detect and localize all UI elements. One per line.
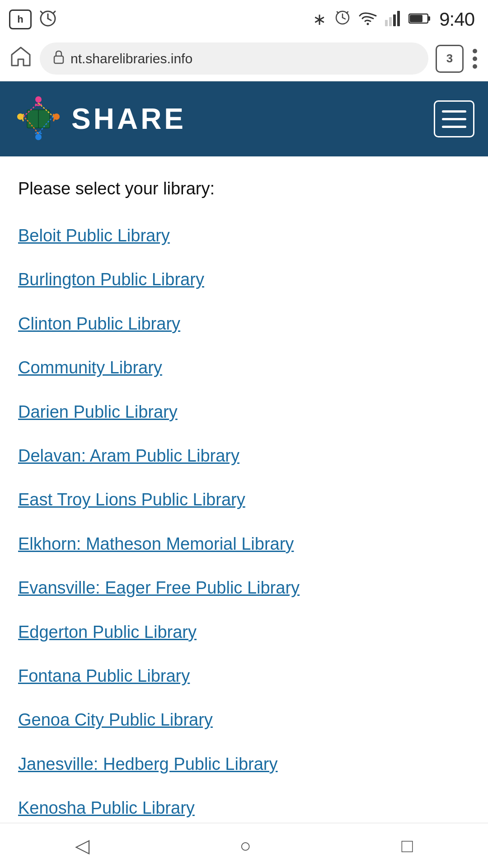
recents-button[interactable]: □ xyxy=(383,828,431,864)
hamburger-menu-button[interactable] xyxy=(434,100,474,137)
svg-rect-16 xyxy=(410,15,422,22)
library-link-4[interactable]: Darien Public Library xyxy=(18,393,470,431)
list-item: Delavan: Aram Public Library xyxy=(18,437,470,475)
url-bar[interactable]: nt.sharelibraries.info xyxy=(40,42,428,75)
library-list: Beloit Public LibraryBurlington Public L… xyxy=(18,217,470,827)
svg-line-4 xyxy=(53,11,55,13)
library-link-5[interactable]: Delavan: Aram Public Library xyxy=(18,437,470,475)
library-link-3[interactable]: Community Library xyxy=(18,349,470,387)
library-link-9[interactable]: Edgerton Public Library xyxy=(18,613,470,651)
list-item: Edgerton Public Library xyxy=(18,613,470,651)
site-header: SHARE xyxy=(0,81,488,156)
status-right-icons: ∗ xyxy=(313,9,474,30)
menu-dot-1 xyxy=(473,49,477,53)
svg-line-7 xyxy=(343,18,345,19)
hamburger-line-1 xyxy=(442,110,466,113)
library-link-6[interactable]: East Troy Lions Public Library xyxy=(18,481,470,519)
url-text: nt.sharelibraries.info xyxy=(70,51,192,66)
list-item: Community Library xyxy=(18,349,470,387)
svg-rect-11 xyxy=(389,17,392,26)
list-item: Kenosha Public Library xyxy=(18,789,470,827)
list-item: Genoa City Public Library xyxy=(18,701,470,739)
lock-icon xyxy=(52,50,65,67)
library-link-2[interactable]: Clinton Public Library xyxy=(18,305,470,343)
main-content: Please select your library: Beloit Publi… xyxy=(0,156,488,860)
select-prompt: Please select your library: xyxy=(18,179,470,198)
list-item: Beloit Public Library xyxy=(18,217,470,255)
library-link-10[interactable]: Fontana Public Library xyxy=(18,657,470,695)
svg-line-2 xyxy=(48,19,51,20)
battery-status-icon xyxy=(408,12,431,27)
home-icon: ○ xyxy=(240,835,251,857)
recents-icon: □ xyxy=(401,835,413,857)
library-link-12[interactable]: Janesville: Hedberg Public Library xyxy=(18,745,470,783)
bluetooth-icon: ∗ xyxy=(313,10,326,29)
svg-rect-10 xyxy=(385,20,388,26)
status-bar: h ∗ xyxy=(0,0,488,36)
svg-line-8 xyxy=(337,12,338,13)
alarm-clock-icon xyxy=(38,8,58,32)
library-link-13[interactable]: Kenosha Public Library xyxy=(18,789,470,827)
status-left-icons: h xyxy=(9,8,58,32)
logo-text: SHARE xyxy=(71,102,186,136)
svg-line-3 xyxy=(41,11,42,13)
list-item: Elkhorn: Matheson Memorial Library xyxy=(18,525,470,563)
library-link-0[interactable]: Beloit Public Library xyxy=(18,217,470,255)
svg-rect-12 xyxy=(393,14,396,26)
tab-count-button[interactable]: 3 xyxy=(436,45,464,73)
list-item: Darien Public Library xyxy=(18,393,470,431)
menu-dot-3 xyxy=(473,64,477,69)
back-icon: ◁ xyxy=(75,835,89,857)
library-link-1[interactable]: Burlington Public Library xyxy=(18,260,470,299)
list-item: Fontana Public Library xyxy=(18,657,470,695)
svg-rect-15 xyxy=(428,16,430,21)
library-link-8[interactable]: Evansville: Eager Free Public Library xyxy=(18,569,470,607)
back-button[interactable]: ◁ xyxy=(57,827,108,864)
hamburger-line-3 xyxy=(442,126,466,128)
list-item: East Troy Lions Public Library xyxy=(18,481,470,519)
bottom-nav: ◁ ○ □ xyxy=(0,823,488,868)
site-logo: SHARE xyxy=(14,94,186,144)
library-link-11[interactable]: Genoa City Public Library xyxy=(18,701,470,739)
status-time: 9:40 xyxy=(439,9,474,30)
browser-menu-button[interactable] xyxy=(471,47,479,71)
svg-line-9 xyxy=(347,12,348,13)
list-item: Clinton Public Library xyxy=(18,305,470,343)
svg-point-22 xyxy=(35,134,42,140)
list-item: Janesville: Hedberg Public Library xyxy=(18,745,470,783)
h-icon: h xyxy=(9,9,32,29)
svg-rect-13 xyxy=(397,11,400,26)
home-button[interactable]: ○ xyxy=(222,828,269,864)
list-item: Burlington Public Library xyxy=(18,260,470,299)
svg-point-20 xyxy=(35,96,42,103)
share-logo-icon xyxy=(14,94,63,144)
list-item: Evansville: Eager Free Public Library xyxy=(18,569,470,607)
hamburger-line-2 xyxy=(442,118,466,120)
library-link-7[interactable]: Elkhorn: Matheson Memorial Library xyxy=(18,525,470,563)
signal-icon xyxy=(385,11,400,28)
menu-dot-2 xyxy=(473,57,477,61)
tab-count: 3 xyxy=(446,52,453,66)
browser-home-button[interactable] xyxy=(9,45,33,73)
wifi-icon xyxy=(359,10,377,28)
svg-rect-17 xyxy=(54,56,63,63)
browser-chrome: nt.sharelibraries.info 3 xyxy=(0,36,488,81)
wifi-alarm-icon xyxy=(334,9,351,29)
